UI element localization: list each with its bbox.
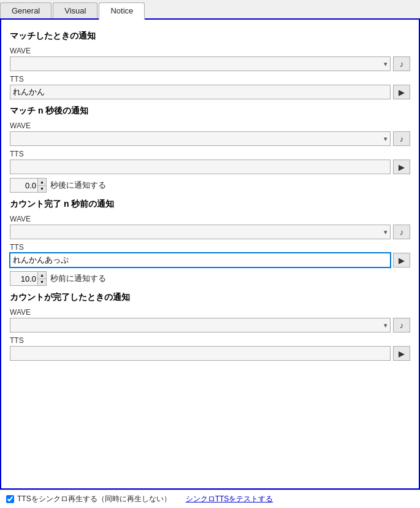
bottom-bar: TTSをシンクロ再生する（同時に再生しない） シンクロTTSをテストする (0, 490, 420, 508)
spinner1-wrap: ▲ ▼ (10, 178, 47, 193)
wave1-select-wrapper (10, 56, 391, 71)
spinner2-down[interactable]: ▼ (38, 279, 46, 286)
label-tts1: TTS (10, 75, 410, 83)
label-wave2: WAVE (10, 121, 410, 130)
sync-tts-text: TTSをシンクロ再生する（同時に再生しない） (17, 494, 171, 504)
test-sync-tts-link[interactable]: シンクロTTSをテストする (186, 494, 273, 504)
wave3-row: ♪ (10, 225, 410, 239)
wave3-select-wrapper (10, 225, 391, 239)
tts1-row: ▶ (10, 85, 410, 99)
spinner1-row: ▲ ▼ 秒後に通知する (10, 178, 410, 193)
spinner1-label: 秒後に通知する (50, 180, 106, 191)
section-title-complete: カウントが完了したときの通知 (10, 292, 410, 303)
section-count-n-before: カウント完了 n 秒前の通知 WAVE ♪ TTS ▶ ▲ (10, 199, 410, 286)
label-wave1: WAVE (10, 47, 410, 55)
tts2-row: ▶ (10, 160, 410, 174)
label-tts2: TTS (10, 150, 410, 158)
spinner2-input[interactable] (10, 272, 37, 285)
label-tts4: TTS (10, 336, 410, 345)
spinner2-label: 秒前に通知する (50, 273, 106, 284)
wave2-select[interactable] (10, 131, 391, 146)
tts1-input[interactable] (10, 85, 391, 99)
spinner1-down[interactable]: ▼ (38, 186, 46, 193)
wave3-play-btn[interactable]: ♪ (393, 225, 410, 239)
wave1-select[interactable] (10, 56, 391, 71)
tts2-input[interactable] (10, 160, 391, 174)
wave2-play-btn[interactable]: ♪ (393, 131, 410, 146)
tts4-input[interactable] (10, 346, 391, 361)
main-container: General Visual Notice マッチしたときの通知 WAVE ♪ … (0, 0, 420, 508)
spinner1-input[interactable] (10, 179, 37, 192)
tts3-input[interactable] (10, 253, 391, 267)
wave1-play-btn[interactable]: ♪ (393, 56, 410, 71)
spinner2-row: ▲ ▼ 秒前に通知する (10, 271, 410, 286)
tts2-play-btn[interactable]: ▶ (393, 160, 410, 174)
tts3-row: ▶ (10, 253, 410, 267)
section-match-n-sec: マッチ n 秒後の通知 WAVE ♪ TTS ▶ ▲ (10, 106, 410, 193)
tab-general[interactable]: General (0, 2, 52, 18)
tab-bar: General Visual Notice (0, 0, 420, 20)
wave2-select-wrapper (10, 131, 391, 146)
tts1-play-btn[interactable]: ▶ (393, 85, 410, 99)
wave2-row: ♪ (10, 131, 410, 146)
spinner2-up[interactable]: ▲ (38, 272, 46, 279)
spinner2-wrap: ▲ ▼ (10, 271, 47, 286)
label-wave4: WAVE (10, 308, 410, 317)
sync-tts-label[interactable]: TTSをシンクロ再生する（同時に再生しない） (6, 494, 171, 504)
tts3-play-btn[interactable]: ▶ (393, 253, 410, 267)
tts4-play-btn[interactable]: ▶ (393, 346, 410, 361)
wave4-row: ♪ (10, 318, 410, 333)
spinner2-buttons: ▲ ▼ (37, 272, 46, 285)
section-title-match-n: マッチ n 秒後の通知 (10, 106, 410, 117)
section-title-match: マッチしたときの通知 (10, 31, 410, 42)
label-tts3: TTS (10, 243, 410, 252)
wave4-play-btn[interactable]: ♪ (393, 318, 410, 333)
tab-notice[interactable]: Notice (99, 2, 145, 20)
wave1-row: ♪ (10, 56, 410, 71)
sync-tts-checkbox[interactable] (6, 495, 14, 503)
label-wave3: WAVE (10, 215, 410, 223)
section-title-count-n: カウント完了 n 秒前の通知 (10, 199, 410, 210)
section-match-notice: マッチしたときの通知 WAVE ♪ TTS ▶ (10, 31, 410, 99)
section-count-complete: カウントが完了したときの通知 WAVE ♪ TTS ▶ (10, 292, 410, 361)
spinner1-up[interactable]: ▲ (38, 179, 46, 186)
wave3-select[interactable] (10, 225, 391, 239)
content-area: マッチしたときの通知 WAVE ♪ TTS ▶ マッチ n 秒後の通知 WAVE (0, 20, 420, 490)
tab-visual[interactable]: Visual (53, 2, 97, 18)
tts4-row: ▶ (10, 346, 410, 361)
wave4-select[interactable] (10, 318, 391, 333)
wave4-select-wrapper (10, 318, 391, 333)
spinner1-buttons: ▲ ▼ (37, 179, 46, 192)
